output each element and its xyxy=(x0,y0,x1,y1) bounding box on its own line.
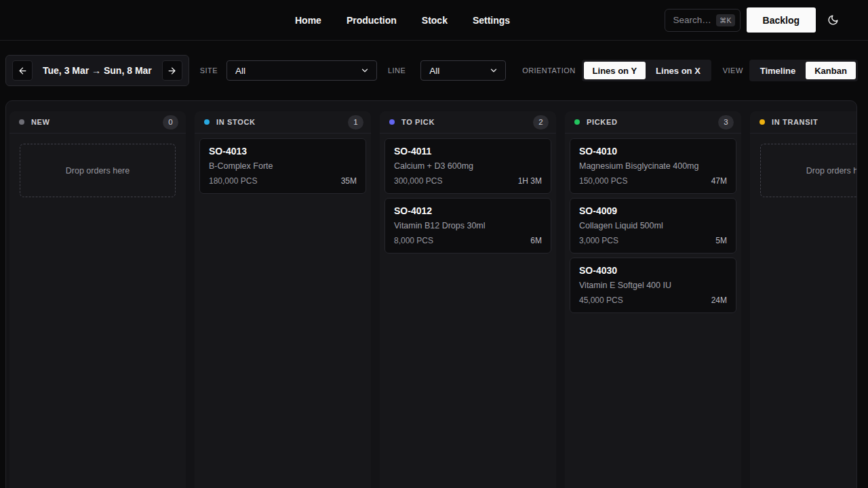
kanban-columns: NEW 0 Drop orders here IN STOCK 1 SO-401… xyxy=(9,111,853,488)
order-quantity: 150,000 PCS xyxy=(579,176,627,186)
status-dot xyxy=(574,119,580,125)
nav-item-home[interactable]: Home xyxy=(295,15,321,26)
column-count-badge: 2 xyxy=(533,115,549,129)
nav-item-settings[interactable]: Settings xyxy=(473,15,510,26)
order-id: SO-4010 xyxy=(579,146,727,157)
order-id: SO-4030 xyxy=(579,265,727,276)
column-title: IN STOCK xyxy=(216,118,256,126)
chevron-down-icon xyxy=(489,66,498,75)
order-card[interactable]: SO-4012 Vitamin B12 Drops 30ml 8,000 PCS… xyxy=(384,198,551,253)
main-nav: Home Production Stock Settings xyxy=(295,0,510,40)
order-quantity: 180,000 PCS xyxy=(209,176,257,186)
search-placeholder: Search… xyxy=(673,15,711,25)
arrow-right-icon xyxy=(167,66,177,76)
order-card[interactable]: SO-4030 Vitamin E Softgel 400 IU 45,000 … xyxy=(570,258,736,313)
site-select[interactable]: All xyxy=(226,60,377,81)
order-id: SO-4013 xyxy=(209,146,357,157)
nav-item-production[interactable]: Production xyxy=(347,15,397,26)
column-in-stock: IN STOCK 1 SO-4013 B-Complex Forte 180,0… xyxy=(195,111,371,488)
column-header: TO PICK 2 xyxy=(380,111,556,134)
column-header: IN STOCK 1 xyxy=(195,111,371,134)
orientation-lines-on-x-button[interactable]: Lines on X xyxy=(647,62,709,79)
view-toggle: Timeline Kanban xyxy=(749,60,858,81)
order-duration: 35M xyxy=(341,176,357,186)
order-quantity: 300,000 PCS xyxy=(394,176,442,186)
view-timeline-button[interactable]: Timeline xyxy=(751,62,805,79)
order-product: Vitamin E Softgel 400 IU xyxy=(579,281,727,290)
order-card[interactable]: SO-4009 Collagen Liquid 500ml 3,000 PCS … xyxy=(570,198,736,253)
search-input[interactable]: Search… ⌘K xyxy=(665,9,741,32)
order-product: Vitamin B12 Drops 30ml xyxy=(394,221,542,230)
nav-item-stock[interactable]: Stock xyxy=(422,15,448,26)
line-select[interactable]: All xyxy=(420,60,506,81)
column-title: PICKED xyxy=(587,118,618,126)
column-header: PICKED 3 xyxy=(565,111,741,134)
moon-icon xyxy=(827,14,839,26)
order-id: SO-4011 xyxy=(394,146,542,157)
column-in-transit: IN TRANSIT Drop orders here xyxy=(750,111,857,488)
order-card[interactable]: SO-4010 Magnesium Bisglycinate 400mg 150… xyxy=(570,138,736,194)
orientation-lines-on-y-button[interactable]: Lines on Y xyxy=(584,62,646,79)
prev-week-button[interactable] xyxy=(12,60,33,81)
view-label: VIEW xyxy=(723,66,743,75)
line-select-value: All xyxy=(429,66,489,76)
order-product: Magnesium Bisglycinate 400mg xyxy=(579,161,727,171)
next-week-button[interactable] xyxy=(162,60,182,81)
order-duration: 24M xyxy=(711,296,727,305)
site-label: SITE xyxy=(200,66,218,75)
order-card[interactable]: SO-4011 Calcium + D3 600mg 300,000 PCS 1… xyxy=(384,138,551,194)
column-header: IN TRANSIT xyxy=(750,111,857,134)
kanban-board-panel: NEW 0 Drop orders here IN STOCK 1 SO-401… xyxy=(5,100,857,488)
order-duration: 47M xyxy=(711,176,727,186)
drop-zone[interactable]: Drop orders here xyxy=(760,144,857,197)
column-title: IN TRANSIT xyxy=(772,118,818,126)
order-product: B-Complex Forte xyxy=(209,161,357,171)
column-body: SO-4013 B-Complex Forte 180,000 PCS 35M xyxy=(195,134,371,488)
column-body: SO-4011 Calcium + D3 600mg 300,000 PCS 1… xyxy=(380,134,556,488)
order-quantity: 45,000 PCS xyxy=(579,296,623,305)
order-id: SO-4012 xyxy=(394,205,542,216)
column-count-badge: 3 xyxy=(718,115,734,129)
chevron-down-icon xyxy=(360,66,370,75)
top-navigation: Home Production Stock Settings Search… ⌘… xyxy=(0,0,868,41)
nav-right-controls: Search… ⌘K Backlog xyxy=(665,0,841,40)
arrow-left-icon xyxy=(18,66,28,76)
status-dot xyxy=(19,119,24,125)
order-duration: 6M xyxy=(530,236,542,245)
order-id: SO-4009 xyxy=(579,205,727,216)
orientation-toggle: Lines on Y Lines on X xyxy=(582,60,711,81)
column-body: Drop orders here xyxy=(750,134,857,488)
site-select-value: All xyxy=(235,66,360,76)
column-to-pick: TO PICK 2 SO-4011 Calcium + D3 600mg 300… xyxy=(380,111,556,488)
date-range-label: Tue, 3 Mar → Sun, 8 Mar xyxy=(37,65,157,76)
column-body: Drop orders here xyxy=(9,134,186,488)
column-body: SO-4010 Magnesium Bisglycinate 400mg 150… xyxy=(565,134,741,488)
column-picked: PICKED 3 SO-4010 Magnesium Bisglycinate … xyxy=(565,111,741,488)
status-dot xyxy=(760,119,765,125)
status-dot xyxy=(389,119,395,125)
line-label: LINE xyxy=(388,66,406,75)
column-title: TO PICK xyxy=(401,118,435,126)
order-quantity: 8,000 PCS xyxy=(394,236,433,245)
order-product: Collagen Liquid 500ml xyxy=(579,221,727,230)
order-duration: 1H 3M xyxy=(518,176,542,186)
drop-zone[interactable]: Drop orders here xyxy=(20,144,176,197)
order-quantity: 3,000 PCS xyxy=(579,236,618,245)
order-duration: 5M xyxy=(715,236,727,245)
status-dot xyxy=(204,119,210,125)
order-card[interactable]: SO-4013 B-Complex Forte 180,000 PCS 35M xyxy=(199,138,366,194)
dark-mode-toggle[interactable] xyxy=(825,12,841,28)
view-kanban-button[interactable]: Kanban xyxy=(806,62,856,79)
column-count-badge: 0 xyxy=(163,115,178,129)
backlog-button[interactable]: Backlog xyxy=(747,7,816,33)
date-range-navigator: Tue, 3 Mar → Sun, 8 Mar xyxy=(5,55,189,86)
column-header: NEW 0 xyxy=(9,111,186,134)
column-title: NEW xyxy=(31,118,50,126)
column-count-badge: 1 xyxy=(348,115,363,129)
search-shortcut-badge: ⌘K xyxy=(716,14,735,26)
column-new: NEW 0 Drop orders here xyxy=(9,111,186,488)
orientation-label: ORIENTATION xyxy=(522,66,575,75)
order-product: Calcium + D3 600mg xyxy=(394,161,542,171)
filter-toolbar: Tue, 3 Mar → Sun, 8 Mar SITE All LINE Al… xyxy=(0,41,868,100)
